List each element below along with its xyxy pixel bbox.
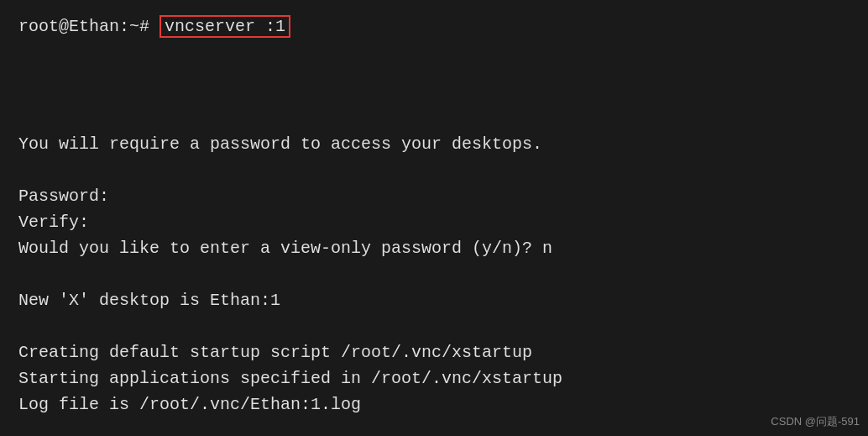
output-line: New 'X' desktop is Ethan:1 xyxy=(18,287,850,313)
output-line: Would you like to enter a view-only pass… xyxy=(18,235,850,261)
output-line xyxy=(18,105,850,131)
command-text: vncserver :1 xyxy=(159,15,290,38)
output-line: Verify: xyxy=(18,209,850,235)
output-line xyxy=(18,313,850,339)
output-line: Log file is /root/.vnc/Ethan:1.log xyxy=(18,391,850,418)
watermark: CSDN @问题-591 xyxy=(771,414,860,429)
output-line xyxy=(18,157,850,183)
output-block: You will require a password to access yo… xyxy=(18,53,850,418)
prompt-text: root@Ethan:~# xyxy=(18,17,159,36)
output-line: You will require a password to access yo… xyxy=(18,131,850,157)
output-line: Creating default startup script /root/.v… xyxy=(18,339,850,365)
prompt-line: root@Ethan:~# vncserver :1 xyxy=(18,15,850,38)
output-line xyxy=(18,261,850,287)
terminal-window: root@Ethan:~# vncserver :1 You will requ… xyxy=(0,0,868,436)
output-line: Password: xyxy=(18,183,850,209)
output-line: Starting applications specified in /root… xyxy=(18,365,850,391)
